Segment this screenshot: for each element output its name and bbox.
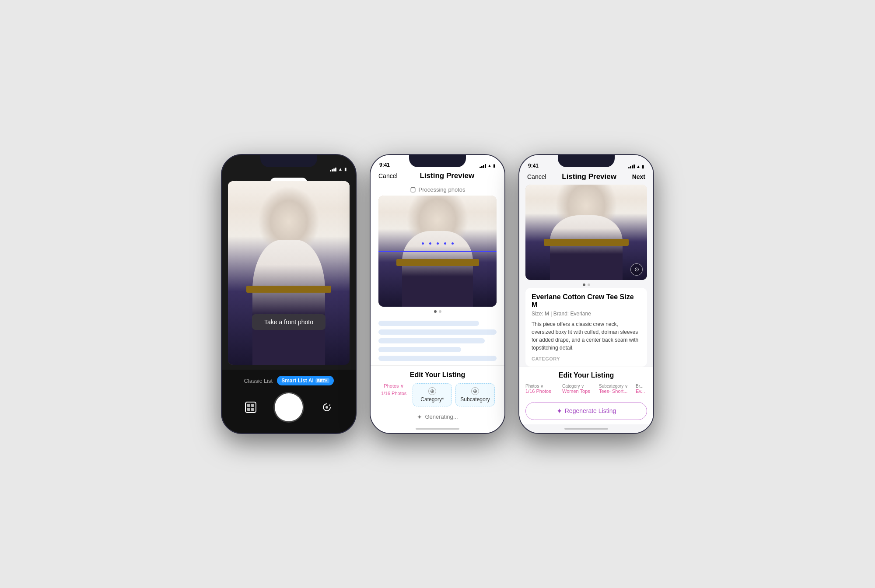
edit-listing-section-3: Edit Your Listing Photos ∨ 1/16 Photos C… <box>519 367 653 424</box>
tab3-brand-value: Ev... <box>636 388 645 394</box>
cancel-button-2[interactable]: Cancel <box>378 172 398 179</box>
gallery-icon <box>245 401 257 413</box>
tab3-subcategory-label: Subcategory ∨ <box>599 384 628 388</box>
photo-carousel-2[interactable] <box>378 196 497 307</box>
category-label-tab: Category* <box>420 396 444 402</box>
cancel-button-3[interactable]: Cancel <box>527 173 546 180</box>
tab3-subcategory-value: Tees- Short... <box>599 388 627 394</box>
phone-1-screen: ▲ ▮ ✕ Drafts (7) ✕ Take a front photo <box>222 155 356 433</box>
listing-preview-title-3: Listing Preview <box>562 172 616 181</box>
listing-preview-title-2: Listing Preview <box>420 172 474 180</box>
photos-label: Photos ∨ <box>384 383 403 389</box>
phone-1-camera: ▲ ▮ ✕ Drafts (7) ✕ Take a front photo <box>221 154 357 434</box>
notch-2 <box>409 155 466 167</box>
tab3-photos[interactable]: Photos ∨ 1/16 Photos <box>525 384 555 399</box>
scan-line <box>378 251 497 252</box>
signal-icon-3 <box>628 164 635 168</box>
notch-3 <box>558 155 615 167</box>
regenerate-listing-button[interactable]: ✦ Regenerate Listing <box>525 402 647 420</box>
tab3-photos-label: Photos ∨ <box>525 384 543 388</box>
flip-camera-icon <box>321 401 333 413</box>
battery-icon-3: ▮ <box>642 164 644 169</box>
nav-bar-2: Cancel Listing Preview <box>371 171 504 184</box>
tab3-category[interactable]: Category ∨ Women Tops <box>562 384 592 399</box>
skeleton-line-5 <box>378 356 497 361</box>
skeleton-line-2 <box>378 329 497 335</box>
wifi-icon-2: ▲ <box>487 163 492 168</box>
sparkle-icon-3: ✦ <box>556 407 562 415</box>
signal-bar-2 <box>332 169 333 172</box>
status-icons-2: ▲ ▮ <box>480 163 496 168</box>
svg-rect-4 <box>251 408 254 411</box>
phones-container: ▲ ▮ ✕ Drafts (7) ✕ Take a front photo <box>221 154 654 434</box>
notch-1 <box>260 155 317 167</box>
processing-row: Processing photos <box>371 184 504 196</box>
battery-icon: ▮ <box>344 167 347 172</box>
status-icons-1: ▲ ▮ <box>330 167 347 172</box>
tab3-brand[interactable]: Br... Ev... <box>636 384 647 399</box>
category-section-label: CATEGORY <box>532 356 641 361</box>
edit-title-2: Edit Your Listing <box>378 371 497 379</box>
tab3-brand-label: Br... <box>636 384 644 388</box>
edit-title-3: Edit Your Listing <box>525 371 647 379</box>
beta-tag: BETA <box>315 378 329 383</box>
listing-photo-3[interactable]: ⊙ <box>525 185 647 280</box>
wifi-icon-3: ▲ <box>636 164 640 169</box>
battery-icon-2: ▮ <box>493 163 496 168</box>
signal-bar-4 <box>335 168 336 172</box>
home-indicator-2 <box>371 425 504 433</box>
signal-bar-3 <box>333 168 335 172</box>
camera-bg: ▲ ▮ ✕ Drafts (7) ✕ Take a front photo <box>222 155 356 433</box>
tab-subcategory-2[interactable]: ⊕ Subcategory <box>455 383 495 406</box>
listing-meta: Size: M | Brand: Everlane <box>532 311 641 317</box>
smart-list-label: Smart List AI <box>281 378 314 384</box>
generating-row: ✦ Generating... <box>371 409 504 425</box>
svg-rect-0 <box>245 402 256 413</box>
status-bar-1: ▲ ▮ <box>222 155 356 174</box>
signal-bar-1 <box>330 170 331 172</box>
status-time-2: 9:41 <box>379 162 390 168</box>
listing-dots <box>519 284 653 286</box>
status-bar-3: 9:41 ▲ ▮ <box>519 155 653 172</box>
nav-bar-3: Cancel Listing Preview Next <box>519 172 653 185</box>
phone-3-listing: 9:41 ▲ ▮ Cancel <box>518 154 654 434</box>
classic-list-label[interactable]: Classic List <box>244 378 273 384</box>
phone-2-processing: 9:41 ▲ ▮ Cancel <box>370 154 505 434</box>
next-button-3[interactable]: Next <box>632 173 645 180</box>
flip-camera-button[interactable] <box>319 399 335 415</box>
edit-listing-section-2: Edit Your Listing Photos ∨ 1/16 Photos ⊕… <box>371 365 504 409</box>
listing-description: This piece offers a classic crew neck, o… <box>532 320 641 352</box>
tab3-category-label: Category ∨ <box>562 384 584 388</box>
skeleton-line-4 <box>378 347 461 352</box>
person-figure-3 <box>525 185 647 280</box>
listing-title: Everlane Cotton Crew Tee Size M <box>532 293 641 309</box>
tab3-photos-value: 1/16 Photos <box>525 388 551 394</box>
tabs-row-3[interactable]: Photos ∨ 1/16 Photos Category ∨ Women To… <box>525 384 647 399</box>
generating-text: Generating... <box>425 413 458 420</box>
gallery-button[interactable] <box>243 399 259 415</box>
sparkle-icon-2: ✦ <box>417 413 422 420</box>
phone-2-screen: 9:41 ▲ ▮ Cancel <box>371 155 504 433</box>
shutter-button[interactable] <box>275 393 303 421</box>
subcategory-label-tab: Subcategory <box>460 396 490 402</box>
skeleton-line-1 <box>378 321 479 326</box>
category-icon: ⊕ <box>428 387 436 395</box>
tabs-row-2[interactable]: Photos ∨ 1/16 Photos ⊕ Category* ⊕ Subca… <box>378 383 497 406</box>
camera-preview: Take a front photo <box>228 181 350 365</box>
status-bar-2: 9:41 ▲ ▮ <box>371 155 504 171</box>
phone-3-screen: 9:41 ▲ ▮ Cancel <box>519 155 653 433</box>
tab3-category-value: Women Tops <box>562 388 590 394</box>
listing-mode-bar: Classic List Smart List AI BETA <box>244 376 333 385</box>
skeleton-content <box>371 316 504 365</box>
svg-rect-1 <box>247 404 250 407</box>
phone-2-content: 9:41 ▲ ▮ Cancel <box>371 155 504 433</box>
tab-category-2[interactable]: ⊕ Category* <box>413 383 452 406</box>
smart-list-badge[interactable]: Smart List AI BETA <box>277 376 333 385</box>
scan-dots <box>378 242 497 245</box>
signal-icon-2 <box>480 164 486 168</box>
phone-3-content: 9:41 ▲ ▮ Cancel <box>519 155 653 433</box>
status-icons-3: ▲ ▮ <box>628 164 644 169</box>
svg-rect-2 <box>251 404 254 407</box>
tab-photos-2[interactable]: Photos ∨ 1/16 Photos <box>378 383 409 406</box>
tab3-subcategory[interactable]: Subcategory ∨ Tees- Short... <box>599 384 629 399</box>
